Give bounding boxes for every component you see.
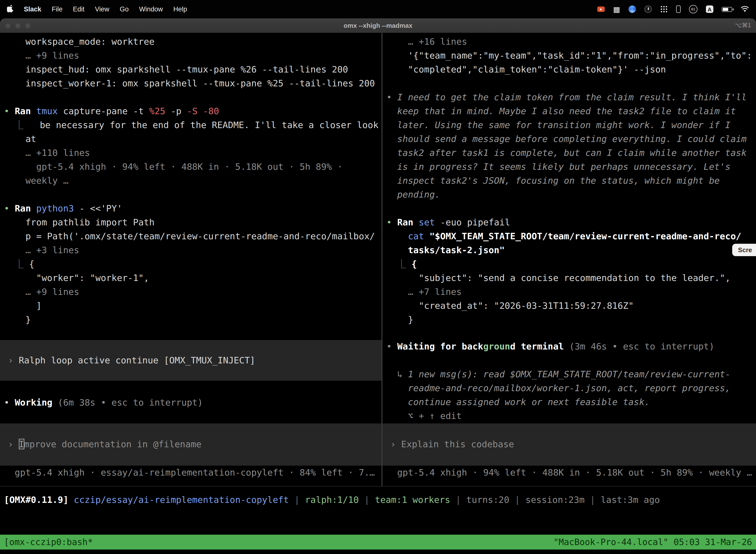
terminal-line: tasks/task-2.json" <box>386 243 756 257</box>
text-segment: | <box>289 494 305 505</box>
text-segment: } <box>4 314 31 325</box>
terminal-line: workspace_mode: worktree <box>4 35 381 49</box>
text-segment: -euo pipefail <box>435 217 510 227</box>
text-segment: | <box>509 494 525 505</box>
terminal-line: … +3 lines <box>4 243 381 257</box>
screen-recording-indicator-icon[interactable] <box>597 6 605 12</box>
terminal-line: pending. <box>386 188 756 202</box>
text-segment: workspace_mode: worktree <box>4 36 154 47</box>
text-segment <box>31 203 36 214</box>
terminal-line: later. Using the same for transition mig… <box>386 118 756 132</box>
menu-view[interactable]: View <box>95 5 109 13</box>
terminal-line: › Ralph loop active continue [OMX_TMUX_I… <box>8 353 378 367</box>
text-segment: 1 new msg(s): read $OMX_TEAM_STATE_ROOT/… <box>408 369 731 379</box>
text-segment: keep that in mind. Maybe I also need the… <box>386 106 736 116</box>
text-segment: … +110 lines <box>4 148 90 158</box>
terminal-line: gpt-5.4 xhigh · 94% left · 488K in · 5.1… <box>386 466 756 480</box>
dots-grid-icon[interactable] <box>660 5 668 13</box>
text-segment: { <box>406 259 417 269</box>
left-main-output: workspace_mode: worktree … +9 lines insp… <box>4 35 381 327</box>
terminal-line: ⎿ { <box>386 257 756 271</box>
menu-help[interactable]: Help <box>173 5 187 13</box>
swirl-icon[interactable] <box>629 5 636 13</box>
text-segment: | <box>450 494 466 505</box>
text-segment: - <<'PY' <box>74 203 122 214</box>
terminal-line: • Waiting for background terminal (3m 46… <box>386 340 756 353</box>
menu-window[interactable]: Window <box>139 5 163 13</box>
text-segment: -S -80 <box>187 106 219 116</box>
grid-icon[interactable]: ▦ <box>613 5 620 14</box>
terminal-line: ⎿ { <box>4 257 381 271</box>
text-segment: weekly … <box>4 175 68 186</box>
terminal-line: at <box>4 132 381 146</box>
wifi-icon[interactable] <box>741 6 749 12</box>
text-segment: ⎿ <box>4 259 23 269</box>
left-pane-statusline: gpt-5.4 xhigh · essay/ai-reimplementatio… <box>4 466 381 480</box>
text-segment: "subject": "send a concise recommendatio… <box>386 273 731 283</box>
battery-icon[interactable] <box>722 7 732 12</box>
text-segment: be necessary for the end of the README. … <box>23 120 378 130</box>
text-segment: Ralph loop active continue [OMX_TMUX_INJ… <box>19 355 255 365</box>
terminal-line: is in progress? It seems likely but perh… <box>386 160 756 174</box>
battery-percent-icon[interactable]: 61 <box>689 5 697 13</box>
right-terminal-pane[interactable]: … +16 lines '{"team_name":"my-team","tas… <box>382 33 756 486</box>
terminal-line: • Working (6m 38s • esc to interrupt) <box>4 396 381 409</box>
text-segment: "completed","claim_token":"claim-token"}… <box>386 64 666 74</box>
terminal-content: workspace_mode: worktree … +9 lines insp… <box>0 33 756 487</box>
menu-go[interactable]: Go <box>120 5 129 13</box>
left-terminal-pane[interactable]: workspace_mode: worktree … +9 lines insp… <box>0 33 381 486</box>
text-segment: cczip/essay/ai-reimplementation-copyleft <box>68 494 289 505</box>
text-segment: "created_at": "2026-03-31T11:59:27.816Z" <box>386 300 634 311</box>
text-segment: … +7 lines <box>386 286 461 297</box>
terminal-line <box>4 188 381 202</box>
window-title: omx --xhigh --madmax <box>0 18 756 33</box>
text-segment: '{"team_name":"my-team","task_id":"1","f… <box>386 50 752 61</box>
text-segment: cat <box>386 231 424 241</box>
terminal-line: continue assigned work or next feasible … <box>386 395 756 409</box>
device-icon[interactable] <box>676 5 681 13</box>
terminal-line: • Ran python3 - <<'PY' <box>4 202 381 215</box>
terminal-line: cat "$OMX_TEAM_STATE_ROOT/team/review-cu… <box>386 229 756 243</box>
menu-items: FileEditViewGoWindowHelp <box>52 5 187 13</box>
terminal-line: p = Path('.omx/state/team/review-current… <box>4 229 381 243</box>
window-shortcut-hint: ⌥⌘1 <box>735 18 751 33</box>
terminal-line: inspect_hud: omx sparkshell --tmux-pane … <box>4 63 381 76</box>
menu-bar: Slack FileEditViewGoWindowHelp ▦ 61 A <box>0 0 756 18</box>
input-source-icon[interactable]: A <box>706 5 713 13</box>
text-segment: inspect_hud: omx sparkshell --tmux-pane … <box>4 64 348 74</box>
text-segment: python3 <box>36 203 74 214</box>
text-segment <box>413 217 419 227</box>
clock-icon[interactable] <box>644 5 652 13</box>
app-menu-slack[interactable]: Slack <box>24 5 42 13</box>
terminal-line: • Ran tmux capture-pane -t %25 -p -S -80 <box>4 104 381 118</box>
terminal-line: • I need to get the claim token from the… <box>386 90 756 104</box>
terminal-line: gpt-5.4 xhigh · 94% left · 488K in · 5.1… <box>4 160 381 174</box>
tmux-session-info: [omx-cczip0:bash* <box>4 537 93 547</box>
menu-file[interactable]: File <box>52 5 63 13</box>
text-segment: { <box>23 259 34 269</box>
terminal-line: ⎿ be necessary for the end of the README… <box>4 118 381 132</box>
terminal-line: } <box>4 313 381 327</box>
text-segment: (6m 38s • esc to interrupt) <box>52 397 203 407</box>
left-working-status: • Working (6m 38s • esc to interrupt) <box>4 396 381 409</box>
terminal-window: omx --xhigh --madmax ⌥⌘1 workspace_mode:… <box>0 18 756 554</box>
text-segment: … +3 lines <box>4 245 79 255</box>
window-titlebar[interactable]: omx --xhigh --madmax ⌥⌘1 <box>0 18 756 33</box>
text-segment: p = Path('.omx/state/team/review-current… <box>4 231 375 241</box>
apple-menu-icon[interactable] <box>7 5 13 14</box>
terminal-line: ↳ 1 new msg(s): read $OMX_TEAM_STATE_ROO… <box>386 367 756 381</box>
text-segment: is in progress? It seems likely but perh… <box>386 161 731 172</box>
text-segment: Ran <box>15 106 31 116</box>
right-main-output: … +16 lines '{"team_name":"my-team","tas… <box>386 35 756 327</box>
text-segment: "$OMX_TEAM_STATE_ROOT/team/review-curren… <box>424 231 741 241</box>
left-prompt-input[interactable]: › Improve documentation in @filename <box>0 424 381 466</box>
text-segment: } <box>386 314 413 325</box>
terminal-line: … +7 lines <box>386 285 756 299</box>
terminal-line: '{"team_name":"my-team","task_id":"1","f… <box>386 49 756 63</box>
text-segment <box>31 106 36 116</box>
text-segment: … +16 lines <box>386 36 467 47</box>
menu-edit[interactable]: Edit <box>73 5 84 13</box>
terminal-line: … +9 lines <box>4 49 381 63</box>
terminal-line: } <box>386 313 756 327</box>
right-prompt-input[interactable]: › Explain this codebase <box>382 424 756 466</box>
